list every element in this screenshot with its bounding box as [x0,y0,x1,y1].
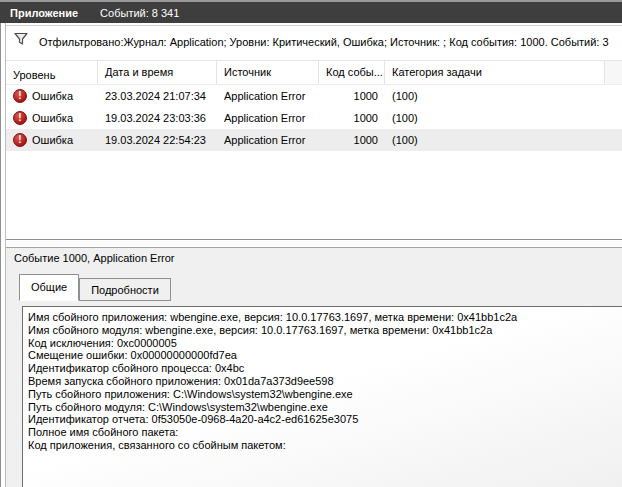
event-detail-panel: Событие 1000, Application Error Общие По… [6,247,622,487]
event-detail-header: Событие 1000, Application Error [6,248,622,270]
filter-banner: Отфильтровано:Журнал: Application; Уровн… [6,26,622,61]
datetime-cell: 19.03.2024 23:03:36 [98,112,217,124]
filter-funnel-icon [13,31,29,47]
content-area: Отфильтровано:Журнал: Application; Уровн… [5,23,622,487]
taskcategory-cell: (100) [385,90,605,102]
level-label: Ошибка [32,90,73,102]
event-list-panel: Отфильтровано:Журнал: Application; Уровн… [6,25,622,240]
column-header-level[interactable]: Уровень [6,61,98,84]
table-row-selected[interactable]: ! Ошибка 19.03.2024 22:54:23 Application… [6,129,622,151]
eventid-cell: 1000 [319,134,385,146]
column-header-datetime[interactable]: Дата и время [98,61,217,84]
general-text-box[interactable]: Имя сбойного приложения: wbengine.exe, в… [22,306,622,487]
tab-general[interactable]: Общие [19,274,79,301]
events-count-label: Событий: 8 341 [100,7,179,19]
taskcategory-cell: (100) [385,112,605,124]
column-header-eventid[interactable]: Код собы... [319,61,385,84]
error-icon: ! [13,89,27,103]
detail-line: Путь сбойного приложения: C:\Windows\sys… [28,388,619,401]
datetime-cell: 23.03.2024 21:07:34 [98,90,217,102]
column-header-taskcategory[interactable]: Категория задачи [385,61,605,84]
column-header-source[interactable]: Источник [217,61,319,84]
level-cell: ! Ошибка [6,111,98,125]
error-icon: ! [13,133,27,147]
table-header: Уровень Дата и время Источник Код собы..… [6,61,622,85]
tab-details[interactable]: Подробности [79,278,171,301]
eventid-cell: 1000 [319,112,385,124]
detail-line: Код приложения, связанного со сбойным па… [28,439,619,452]
eventid-cell: 1000 [319,90,385,102]
detail-line: Идентификатор отчета: 0f53050e-0968-4a20… [28,413,619,426]
filter-summary-text: Отфильтровано:Журнал: Application; Уровн… [39,26,609,61]
detail-line: Идентификатор сбойного процесса: 0x4bc [28,362,619,375]
detail-line: Код исключения: 0xc0000005 [28,337,619,350]
event-viewer-window: Приложение Событий: 8 341 Отфильтровано:… [0,0,622,487]
detail-tabs: Общие Подробности [19,274,171,301]
taskcategory-cell: (100) [385,134,605,146]
detail-line: Имя сбойного приложения: wbengine.exe, в… [28,311,619,324]
detail-line: Имя сбойного модуля: wbengine.exe, верси… [28,324,619,337]
source-cell: Application Error [217,90,319,102]
level-label: Ошибка [32,112,73,124]
level-label: Ошибка [32,134,73,146]
source-cell: Application Error [217,134,319,146]
table-row[interactable]: ! Ошибка 19.03.2024 23:03:36 Application… [6,107,622,129]
detail-line: Путь сбойного модуля: C:\Windows\system3… [28,401,619,414]
level-cell: ! Ошибка [6,89,98,103]
log-titlebar: Приложение Событий: 8 341 [0,2,622,23]
window-frame: Отфильтровано:Журнал: Application; Уровн… [0,23,622,487]
datetime-cell: 19.03.2024 22:54:23 [98,134,217,146]
detail-line: Время запуска сбойного приложения: 0x01d… [28,375,619,388]
log-title: Приложение [10,7,78,19]
level-cell: ! Ошибка [6,133,98,147]
source-cell: Application Error [217,112,319,124]
table-row[interactable]: ! Ошибка 23.03.2024 21:07:34 Application… [6,85,622,107]
error-icon: ! [13,111,27,125]
column-header-filler [605,61,622,84]
detail-line: Полное имя сбойного пакета: [28,426,619,439]
detail-line: Смещение ошибки: 0x00000000000fd7ea [28,349,619,362]
